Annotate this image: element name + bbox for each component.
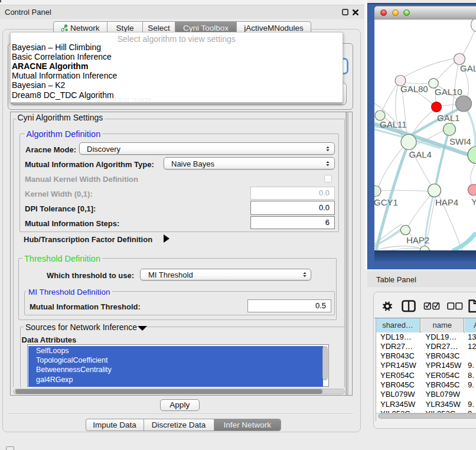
svg-text:HAP2: HAP2 [406, 235, 429, 245]
svg-text:SWI4: SWI4 [449, 136, 471, 146]
svg-text:GCY1: GCY1 [374, 197, 398, 207]
svg-text:GAL4: GAL4 [409, 149, 432, 159]
svg-text:Y: Y [471, 197, 476, 207]
svg-text:GAL80: GAL80 [400, 83, 428, 93]
svg-text:GAL: GAL [460, 63, 476, 73]
svg-text:HAP4: HAP4 [435, 197, 458, 207]
svg-text:GAL10: GAL10 [435, 87, 462, 97]
svg-text:GAL11: GAL11 [380, 119, 407, 129]
svg-text:GAL1: GAL1 [437, 112, 459, 122]
